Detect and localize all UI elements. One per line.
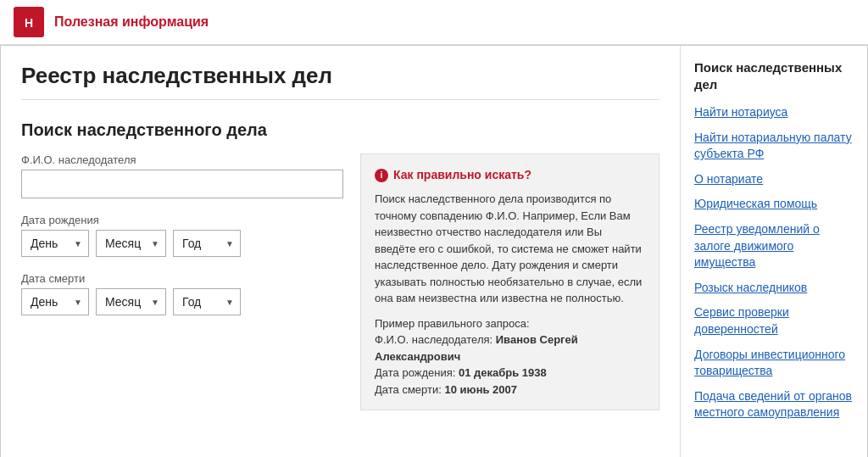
birth-date-label: Дата рождения <box>21 214 343 226</box>
example-death: Дата смерти: 10 июнь 2007 <box>375 382 645 398</box>
form-left: Ф.И.О. наследодателя Дата рождения День … <box>21 153 343 331</box>
sidebar-link-heir-search[interactable]: Розыск наследников <box>694 281 807 294</box>
example-fio: Ф.И.О. наследодателя: Иванов Сергей Алек… <box>375 332 645 365</box>
example-birth-label: Дата рождения: <box>375 366 455 379</box>
sidebar-item-pledge-registry[interactable]: Реестр уведомлений о залоге движимого им… <box>694 221 854 271</box>
death-month-select[interactable]: Месяц <box>96 288 166 315</box>
death-year-select[interactable]: Год <box>173 288 241 315</box>
info-box-text: Поиск наследственного дела производится … <box>375 191 645 307</box>
death-date-label: Дата смерти <box>21 272 343 285</box>
birth-date-field-group: Дата рождения День ▼ Месяц ▼ <box>21 214 343 257</box>
death-date-row: День ▼ Месяц ▼ Год <box>21 288 343 315</box>
page-wrapper: Реестр наследственных дел Поиск наследст… <box>0 45 868 457</box>
sidebar-link-pledge-registry[interactable]: Реестр уведомлений о залоге движимого им… <box>694 222 820 269</box>
sidebar-item-local-gov[interactable]: Подача сведений от органов местного само… <box>694 388 854 421</box>
sidebar-item-poa-check[interactable]: Сервис проверки доверенностей <box>694 304 854 337</box>
form-area: Ф.И.О. наследодателя Дата рождения День … <box>21 153 659 410</box>
sidebar-item-investment[interactable]: Договоры инвестиционного товарищества <box>694 347 854 380</box>
sidebar-item-notariat[interactable]: О нотариате <box>694 171 854 188</box>
svg-text:Н: Н <box>25 16 33 30</box>
sidebar-link-poa-check[interactable]: Сервис проверки доверенностей <box>694 305 789 336</box>
sidebar-link-local-gov[interactable]: Подача сведений от органов местного само… <box>694 389 852 420</box>
info-box-title: Как правильно искать? <box>393 166 531 184</box>
page-title: Реестр наследственных дел <box>21 63 659 100</box>
death-day-wrap[interactable]: День ▼ <box>21 288 89 315</box>
birth-date-row: День ▼ Месяц ▼ Год <box>21 230 343 257</box>
sidebar: Поиск наследственных дел Найти нотариуса… <box>681 46 867 457</box>
sidebar-item-legal-help[interactable]: Юридическая помощь <box>694 196 854 213</box>
info-box: i Как правильно искать? Поиск наследстве… <box>360 153 659 410</box>
header: Н Полезная информация <box>0 0 868 45</box>
example-death-label: Дата смерти: <box>375 383 442 396</box>
sidebar-title: Поиск наследственных дел <box>694 59 854 92</box>
info-icon: i <box>375 169 388 182</box>
fio-label: Ф.И.О. наследодателя <box>21 153 343 166</box>
info-example: Пример правильного запроса: Ф.И.О. насле… <box>375 315 645 398</box>
sidebar-link-notariat[interactable]: О нотариате <box>694 172 763 186</box>
birth-month-select[interactable]: Месяц <box>96 230 166 257</box>
fio-input[interactable] <box>21 170 343 198</box>
birth-year-select[interactable]: Год <box>173 230 241 257</box>
example-label: Пример правильного запроса: <box>375 315 645 332</box>
death-month-wrap[interactable]: Месяц ▼ <box>96 288 166 315</box>
sidebar-item-find-notary[interactable]: Найти нотариуса <box>694 104 854 121</box>
sidebar-item-heir-search[interactable]: Розыск наследников <box>694 280 854 297</box>
sidebar-item-find-chamber[interactable]: Найти нотариальную палату субъекта РФ <box>694 130 854 163</box>
main-content: Реестр наследственных дел Поиск наследст… <box>1 46 681 457</box>
logo-icon: Н <box>14 7 44 37</box>
header-title: Полезная информация <box>54 14 209 30</box>
sidebar-link-legal-help[interactable]: Юридическая помощь <box>694 197 817 210</box>
section-title: Поиск наследственного дела <box>21 120 659 140</box>
death-date-field-group: Дата смерти День ▼ Месяц ▼ <box>21 272 343 315</box>
sidebar-link-find-notary[interactable]: Найти нотариуса <box>694 105 787 119</box>
info-box-header: i Как правильно искать? <box>375 166 645 184</box>
example-birth: Дата рождения: 01 декабрь 1938 <box>375 365 645 382</box>
example-birth-value: 01 декабрь 1938 <box>459 366 547 379</box>
example-fio-label: Ф.И.О. наследодателя: <box>375 333 492 346</box>
fio-field-group: Ф.И.О. наследодателя <box>21 153 343 198</box>
birth-year-wrap[interactable]: Год ▼ <box>173 230 241 257</box>
sidebar-link-find-chamber[interactable]: Найти нотариальную палату субъекта РФ <box>694 131 852 161</box>
sidebar-link-investment[interactable]: Договоры инвестиционного товарищества <box>694 348 845 378</box>
birth-day-select[interactable]: День <box>21 230 89 257</box>
death-day-select[interactable]: День <box>21 288 89 315</box>
example-death-value: 10 июнь 2007 <box>444 383 517 396</box>
birth-month-wrap[interactable]: Месяц ▼ <box>96 230 166 257</box>
birth-day-wrap[interactable]: День ▼ <box>21 230 89 257</box>
sidebar-nav: Найти нотариуса Найти нотариальную палат… <box>694 104 854 421</box>
death-year-wrap[interactable]: Год ▼ <box>173 288 241 315</box>
